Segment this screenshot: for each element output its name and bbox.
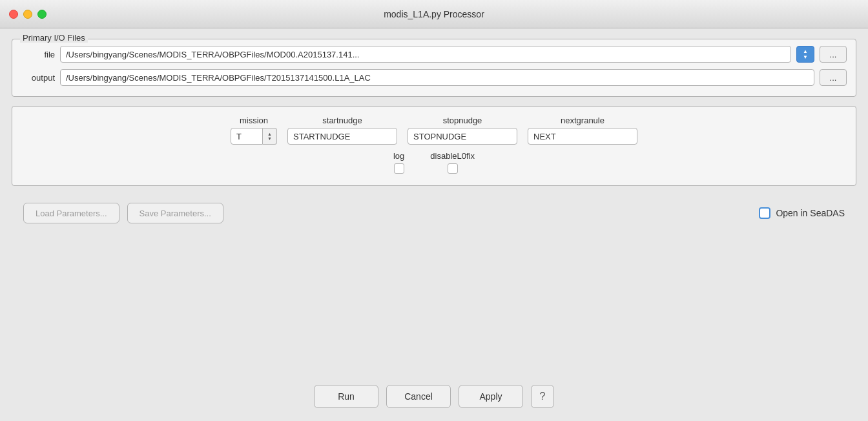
save-params-button[interactable]: Save Parameters... bbox=[127, 203, 223, 223]
log-group: log bbox=[393, 151, 404, 174]
cancel-button[interactable]: Cancel bbox=[386, 385, 451, 408]
open-seadas-checkbox[interactable] bbox=[759, 207, 770, 219]
file-label: file bbox=[21, 50, 55, 59]
output-browse-button[interactable]: ... bbox=[820, 69, 847, 86]
output-row: output ... bbox=[21, 69, 847, 86]
startnudge-label: startnudge bbox=[322, 116, 362, 125]
title-bar: modis_L1A.py Processor bbox=[0, 0, 868, 28]
load-params-button[interactable]: Load Parameters... bbox=[23, 203, 119, 223]
disablel0fix-checkbox[interactable] bbox=[448, 163, 458, 174]
file-spinner[interactable]: ▲ ▼ bbox=[796, 46, 814, 63]
output-input-wrap: ... bbox=[60, 69, 847, 86]
maximize-button[interactable] bbox=[37, 10, 46, 19]
open-seadas-label: Open in SeaDAS bbox=[776, 208, 845, 218]
run-button[interactable]: Run bbox=[314, 385, 378, 408]
window-controls bbox=[9, 10, 46, 19]
mission-group: mission ▲ ▼ bbox=[231, 116, 277, 145]
close-button[interactable] bbox=[9, 10, 18, 19]
load-save-group: Load Parameters... Save Parameters... bbox=[23, 203, 223, 223]
startnudge-input[interactable] bbox=[287, 128, 397, 145]
log-label: log bbox=[393, 151, 404, 161]
nextgranule-label: nextgranule bbox=[561, 116, 604, 125]
bottom-bar: Load Parameters... Save Parameters... Op… bbox=[12, 195, 856, 231]
mission-label: mission bbox=[240, 116, 268, 125]
spinner-down-icon: ▼ bbox=[803, 55, 808, 60]
minimize-button[interactable] bbox=[23, 10, 32, 19]
mission-up-icon: ▲ bbox=[267, 132, 272, 136]
spinner-up-icon: ▲ bbox=[803, 49, 808, 54]
output-label: output bbox=[21, 73, 55, 83]
primary-io-section: Primary I/O Files file ▲ ▼ ... output ..… bbox=[12, 39, 856, 97]
log-checkbox[interactable] bbox=[394, 163, 404, 174]
file-input[interactable] bbox=[60, 46, 791, 63]
apply-button[interactable]: Apply bbox=[459, 385, 523, 408]
main-content: Primary I/O Files file ▲ ▼ ... output ..… bbox=[0, 28, 868, 378]
params-top-row: mission ▲ ▼ startnudge stopnudge bbox=[231, 116, 637, 145]
stopnudge-input[interactable] bbox=[408, 128, 517, 145]
mission-spinner[interactable]: ▲ ▼ bbox=[263, 128, 277, 145]
open-seadas-wrap: Open in SeaDAS bbox=[759, 207, 845, 219]
params-grid: mission ▲ ▼ startnudge stopnudge bbox=[21, 116, 847, 174]
checkbox-row: log disableL0fix bbox=[393, 151, 475, 174]
disablel0fix-label: disableL0fix bbox=[430, 151, 475, 161]
mission-down-icon: ▼ bbox=[267, 136, 272, 141]
action-bar: Run Cancel Apply ? bbox=[0, 378, 868, 421]
mission-input[interactable] bbox=[231, 128, 263, 145]
primary-io-legend: Primary I/O Files bbox=[20, 33, 88, 43]
output-input[interactable] bbox=[60, 69, 814, 86]
disablel0fix-group: disableL0fix bbox=[430, 151, 475, 174]
startnudge-group: startnudge bbox=[287, 116, 397, 145]
stopnudge-label: stopnudge bbox=[443, 116, 482, 125]
params-section: mission ▲ ▼ startnudge stopnudge bbox=[12, 106, 856, 186]
mission-wrap: ▲ ▼ bbox=[231, 128, 277, 145]
stopnudge-group: stopnudge bbox=[408, 116, 517, 145]
file-browse-button[interactable]: ... bbox=[820, 46, 847, 63]
help-button[interactable]: ? bbox=[531, 385, 554, 408]
file-row: file ▲ ▼ ... bbox=[21, 46, 847, 63]
file-input-wrap: ▲ ▼ ... bbox=[60, 46, 847, 63]
window-title: modis_L1A.py Processor bbox=[384, 9, 484, 19]
nextgranule-input[interactable] bbox=[528, 128, 637, 145]
nextgranule-group: nextgranule bbox=[528, 116, 637, 145]
